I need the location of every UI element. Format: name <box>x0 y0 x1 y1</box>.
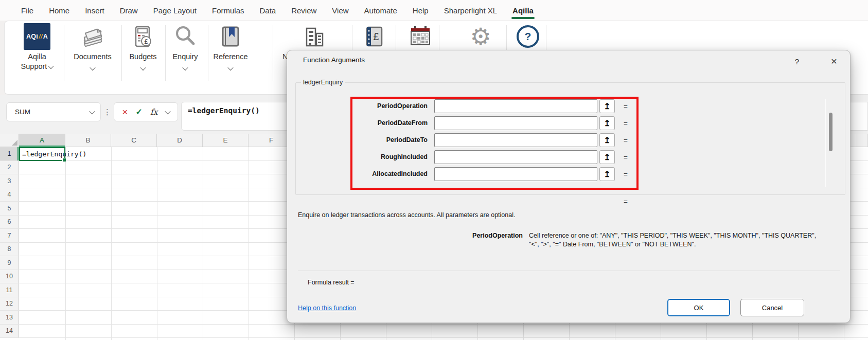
budgets-icon: £ <box>131 24 155 49</box>
documents-label: Documents <box>68 52 117 62</box>
row-header-6[interactable]: 6 <box>0 216 19 229</box>
settings-button[interactable]: ⚙ <box>468 23 493 50</box>
tab-file[interactable]: File <box>13 0 41 21</box>
logo-text-b: A <box>43 33 48 40</box>
column-header-e[interactable]: E <box>203 134 249 147</box>
row-header-3[interactable]: 3 <box>0 174 19 188</box>
row-header-7[interactable]: 7 <box>0 229 19 242</box>
enquiry-button[interactable]: Enquiry <box>163 23 208 73</box>
dialog-help-button[interactable]: ? <box>787 53 807 69</box>
field-input-periodoperation[interactable] <box>434 99 597 113</box>
equals-sign-perioddateto: = <box>619 133 632 147</box>
column-header-a[interactable]: A <box>19 134 65 147</box>
name-box[interactable]: SUM <box>6 102 101 121</box>
help-on-function-link[interactable]: Help on this function <box>298 305 356 312</box>
dialog-title: Function Arguments <box>303 56 365 64</box>
row-header-10[interactable]: 10 <box>0 270 19 283</box>
tab-page-layout[interactable]: Page Layout <box>146 0 204 21</box>
field-input-perioddatefrom[interactable] <box>434 116 597 130</box>
dialog-scrollbar-thumb[interactable] <box>829 113 832 151</box>
cancel-entry-icon[interactable]: × <box>122 107 128 117</box>
reference-button[interactable]: Reference <box>208 23 253 73</box>
row-header-9[interactable]: 9 <box>0 256 19 270</box>
help-button-ribbon[interactable]: ? <box>516 23 540 50</box>
column-header-c[interactable]: C <box>111 134 157 147</box>
column-header-d[interactable]: D <box>157 134 203 147</box>
reference-label: Reference <box>208 52 253 62</box>
gridline <box>157 147 157 340</box>
tab-review[interactable]: Review <box>284 0 324 21</box>
chevron-down-icon <box>182 65 188 70</box>
range-selector-icon-allocatedincluded[interactable]: ↥ <box>599 167 615 181</box>
gridline <box>65 147 66 340</box>
param-help-description: Cell reference or one of: "ANY", "THIS P… <box>529 231 846 249</box>
budgets-label: Budgets <box>120 52 166 62</box>
formula-buttons-group: × ✓ fx <box>114 102 178 121</box>
dialog-divider <box>298 271 840 271</box>
field-label-allocatedincluded: AllocatedIncluded <box>318 167 428 181</box>
range-selector-icon-perioddateto[interactable]: ↥ <box>599 133 615 147</box>
row-header-1[interactable]: 1 <box>0 147 19 160</box>
row-header-2[interactable]: 2 <box>0 161 19 174</box>
svg-text:£: £ <box>373 31 379 42</box>
field-input-perioddateto[interactable] <box>434 133 597 147</box>
param-help-name: PeriodOperation <box>411 231 523 240</box>
tab-draw[interactable]: Draw <box>112 0 146 21</box>
building-icon <box>302 24 327 49</box>
group-divider <box>64 25 64 81</box>
group-divider <box>273 25 273 81</box>
documents-button[interactable]: Documents <box>68 23 117 73</box>
field-input-roughincluded[interactable] <box>434 150 597 164</box>
row-header-12[interactable]: 12 <box>0 297 19 311</box>
tab-aqilla[interactable]: Aqilla <box>505 0 541 21</box>
budgets-button[interactable]: £ Budgets <box>120 23 166 73</box>
cancel-button[interactable]: Cancel <box>740 299 804 316</box>
row-header-13[interactable]: 13 <box>0 311 19 324</box>
cell-a1-value: =ledgerEnquiry() <box>20 148 64 160</box>
column-header-b[interactable]: B <box>65 134 111 147</box>
tab-help[interactable]: Help <box>405 0 436 21</box>
tab-data[interactable]: Data <box>252 0 284 21</box>
range-selector-icon-perioddatefrom[interactable]: ↥ <box>599 116 615 130</box>
range-selector-icon-roughincluded[interactable]: ↥ <box>599 150 615 164</box>
ledger-button[interactable]: £ <box>362 23 386 50</box>
aqilla-logo-icon: AQi//A <box>24 23 50 50</box>
chevron-down-icon <box>89 108 95 114</box>
aqilla-support-button[interactable]: AQi//A Aqilla Support <box>11 23 63 71</box>
tab-automate[interactable]: Automate <box>357 0 405 21</box>
ok-button[interactable]: OK <box>667 299 730 316</box>
tab-formulas[interactable]: Formulas <box>204 0 252 21</box>
select-all-corner[interactable] <box>0 134 19 147</box>
tab-sharperlight-xl[interactable]: Sharperlight XL <box>436 0 505 21</box>
enter-entry-icon[interactable]: ✓ <box>135 107 142 117</box>
search-icon <box>173 24 198 49</box>
drag-dots-icon: ⋮ <box>103 102 111 121</box>
function-description: Enquire on ledger transactions across ac… <box>298 211 515 219</box>
row-header-14[interactable]: 14 <box>0 325 19 338</box>
tab-home[interactable]: Home <box>41 0 77 21</box>
tab-view[interactable]: View <box>324 0 356 21</box>
gridline <box>203 147 203 340</box>
fill-handle[interactable] <box>62 158 66 162</box>
row-header-11[interactable]: 11 <box>0 283 19 297</box>
calendar-button[interactable] <box>408 23 433 50</box>
row-header-4[interactable]: 4 <box>0 188 19 202</box>
row-header-8[interactable]: 8 <box>0 243 19 256</box>
field-label-roughincluded: RoughIncluded <box>318 150 428 164</box>
ribbon-tabs: FileHomeInsertDrawPage LayoutFormulasDat… <box>0 0 868 21</box>
help-icon: ? <box>517 25 539 48</box>
field-input-allocatedincluded[interactable] <box>434 167 597 181</box>
tab-insert[interactable]: Insert <box>77 0 112 21</box>
range-selector-icon-periodoperation[interactable]: ↥ <box>599 99 615 113</box>
selected-cell-a1[interactable]: =ledgerEnquiry() <box>19 147 65 161</box>
calendar-icon <box>408 24 433 49</box>
dialog-scrollbar-track[interactable] <box>825 99 826 187</box>
result-equals-sign: = <box>619 194 632 208</box>
groupbox-label: ledgerEnquiry <box>301 79 345 86</box>
chevron-down-icon[interactable] <box>165 108 170 114</box>
close-icon[interactable]: × <box>822 53 846 69</box>
formula-result-label: Formula result = <box>308 279 355 286</box>
insert-function-icon[interactable]: fx <box>150 108 157 117</box>
row-header-5[interactable]: 5 <box>0 202 19 215</box>
equals-sign-periodoperation: = <box>619 99 632 113</box>
